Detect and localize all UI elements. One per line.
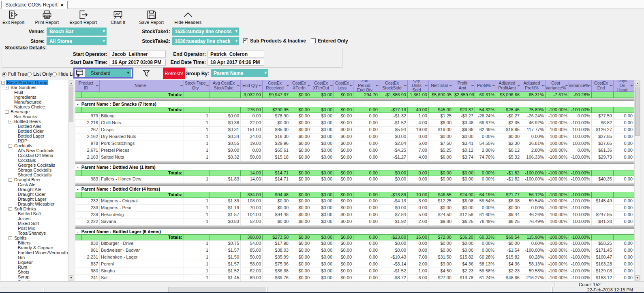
tree-item-sbraga-cocktails[interactable]: Sbraga Cocktails <box>0 168 68 172</box>
column-filter-icon[interactable]: ⇤ <box>449 84 452 88</box>
tree-item-draught-ale[interactable]: Draught Ale <box>0 187 68 192</box>
table-row[interactable]: 238Rekorderlig1$1.57104.00$94.48$0.00$0.… <box>75 212 634 219</box>
column-filter-icon[interactable]: ⇤ <box>180 84 183 88</box>
start-operator-field[interactable]: Jacob Leithner <box>109 51 166 57</box>
column-header-costex-xferout[interactable]: CostEx XFerOut⇤ <box>311 80 334 91</box>
tree-item-natures-choice[interactable]: Natures Choice <box>0 104 68 109</box>
tree-item-fortified-wines-vermouth[interactable]: Fortified Wines/Vermouth <box>0 250 68 255</box>
radio-list-only[interactable]: List Only <box>27 71 52 77</box>
column-header-product-id[interactable]: Product ID⇤ <box>75 80 100 91</box>
tab-stocktake-cogs-report[interactable]: Stocktake COGs Report ✕ <box>1 1 68 9</box>
collapse-minus-icon[interactable]: - <box>77 102 79 106</box>
column-header-qty-units-sold[interactable]: Qty Units Sold⇤ <box>408 80 429 91</box>
tree-item-cocktail-off-menu[interactable]: Cocktail Off Menu <box>0 153 68 158</box>
tree-collapse-icon[interactable]: - <box>9 236 12 240</box>
tree-item-bar-snacks[interactable]: Bar Snacks <box>0 114 68 119</box>
toolbar-save-report[interactable]: Save Report <box>139 10 164 25</box>
column-filter-icon[interactable]: ⇤ <box>565 84 568 88</box>
tree-item-bottled-ales[interactable]: Bottled Ales <box>0 124 68 129</box>
column-header-costex-stocksold[interactable]: CostEx StockSold⇤ <box>379 80 408 91</box>
table-row[interactable]: 837Peroni1$1.5758.00$75.36$0.00$0.00$0.0… <box>75 261 634 268</box>
column-filter-icon[interactable]: ⇤ <box>237 84 240 88</box>
scroll-up-icon[interactable]: ▲ <box>635 81 640 86</box>
table-row[interactable]: 980Singha1$1.5262.00$36.38$0.00$0.00$0.0… <box>75 268 634 275</box>
column-filter-icon[interactable]: ⇤ <box>542 84 545 88</box>
tree-item-bottled-cider[interactable]: Bottled Cider <box>0 129 68 134</box>
tree-collapse-icon[interactable]: - <box>9 178 12 182</box>
table-row[interactable]: 2,231Heinenken - Lager1$1.5050.00$35.99$… <box>75 254 634 261</box>
collapse-minus-icon[interactable]: - <box>77 165 79 170</box>
table-row[interactable]: 2,163Salted Nuts1$0.3250.00$15.18$0.00$0… <box>75 154 634 161</box>
column-header-stock-type-qty[interactable]: Stock Type Qty⇤ <box>184 80 210 91</box>
tree-item-base-product-group[interactable]: -Base Product Group <box>0 80 68 85</box>
group-header-parent-name-bottled-lager-6-items[interactable]: -Parent Name : Bottled Lager (6 items) <box>75 229 634 234</box>
tree-item-soft-drinks[interactable]: -Soft Drinks <box>0 206 68 211</box>
tree-item-draught-lager[interactable]: Draught Lager <box>0 197 68 202</box>
tree-item-spirits[interactable]: -Spirits <box>0 236 68 240</box>
tree-scrollbar-thumb[interactable] <box>69 87 73 122</box>
venue-select[interactable]: Beach Bar ▾ <box>47 28 107 36</box>
column-filter-icon[interactable]: ⇤ <box>631 84 633 88</box>
tree-item-draught-cider[interactable]: Draught Cider <box>0 192 68 197</box>
tree-item-bottled-lager[interactable]: Bottled Lager <box>0 134 68 138</box>
table-row[interactable]: 2,671Pretzel Pieces1$0.000.00$65.61$0.00… <box>75 147 634 154</box>
tree-collapse-icon[interactable]: - <box>5 86 9 89</box>
tree-item-tops-shandys[interactable]: Tops/Shandys <box>0 231 68 236</box>
column-filter-icon[interactable]: ⇤ <box>376 84 379 88</box>
column-header-adjusted-profitamt[interactable]: Adjusted ProfitAmt⇤ <box>496 80 521 91</box>
group-header-parent-name-bar-snacks-7-items[interactable]: -Parent Name : Bar Snacks (7 items) <box>75 101 634 107</box>
end-operator-field[interactable]: Patrick Coleron <box>208 51 264 57</box>
scroll-down-icon[interactable]: ▼ <box>635 275 640 280</box>
tree-item-rdp[interactable]: RDP <box>0 138 68 143</box>
tree-item-bottled-soft[interactable]: Bottled Soft <box>0 211 68 216</box>
refresh-button[interactable]: Refresh! <box>163 68 185 79</box>
group-header-parent-name-bottled-cider-4-items[interactable]: -Parent Name : Bottled Cider (4 items) <box>75 186 634 192</box>
tree-item-cocktails[interactable]: -Cocktails <box>0 143 68 148</box>
column-filter-icon[interactable]: ⇤ <box>471 84 474 88</box>
layout-select[interactable]: _Standard ▾ <box>85 69 131 77</box>
entered-only-checkbox[interactable]: Entered Only <box>311 38 348 44</box>
tree-collapse-icon[interactable]: - <box>9 144 12 148</box>
table-row[interactable]: 233Magners - Pear1$1.1970.00$0.00$0.00$0… <box>75 205 634 212</box>
column-filter-icon[interactable]: ⇤ <box>588 84 591 88</box>
column-header-variance[interactable]: Variance%⇤ <box>569 80 592 91</box>
group-header-parent-name-bottled-ales-1-item[interactable]: -Parent Name : Bottled Ales (1 item) <box>75 164 634 170</box>
toolbar-exit-report[interactable]: Exit Report <box>2 10 24 25</box>
end-datetime-field[interactable]: 18 Apr 2017 04:36 PM <box>208 59 264 66</box>
tree-item-brandy-cognac[interactable]: Brandy & Cognac <box>0 245 68 250</box>
column-filter-icon[interactable]: ⇤ <box>330 84 333 88</box>
grid-scrollbar-thumb[interactable] <box>635 87 640 136</box>
column-filter-icon[interactable]: ⇤ <box>96 84 99 88</box>
table-row[interactable]: 2,216Chilli Nuts1$0.3822.00$0.00$0.00$0.… <box>75 120 634 127</box>
tree-item-bottled-beers[interactable]: -Bottled Beers <box>0 119 68 124</box>
filter-funnel-icon[interactable] <box>142 69 150 80</box>
table-row[interactable]: 981Budweiser - Budvar1$1.5785.00$38.03$0… <box>75 247 634 254</box>
column-filter-icon[interactable]: ⇤ <box>259 84 262 88</box>
tree-item-draught-beer[interactable]: -Draught Beer <box>0 177 68 182</box>
collapse-minus-icon[interactable]: - <box>77 229 79 234</box>
tree-collapse-icon[interactable]: - <box>9 120 12 123</box>
table-row[interactable]: 983Fullers - Honey Dew1$1.8314.00$14.71$… <box>75 176 634 183</box>
column-header-2nd-period-end-qty[interactable]: 2nd Period: End Qty⇤ <box>353 80 379 91</box>
column-header-cost-variance[interactable]: Cost Variance%⇤ <box>546 80 569 91</box>
tree-item-fruit[interactable]: Fruit <box>0 90 68 95</box>
column-filter-icon[interactable]: ⇤ <box>492 84 495 88</box>
group-by-select[interactable]: Parent Name ▾ <box>211 69 268 77</box>
tree-item-post-mix[interactable]: Post Mix <box>0 226 68 231</box>
close-icon[interactable]: ✕ <box>60 3 64 7</box>
column-header-avg-costex-stocktake[interactable]: Avg CostEx StockTake⇤ <box>210 80 241 91</box>
stocktake2-select[interactable]: 1636:tuesday line check ▾ <box>172 37 239 45</box>
grid-scrollbar[interactable]: ▲ ▼ <box>634 80 640 281</box>
tree-item-cocktails[interactable]: Cocktails <box>0 158 68 163</box>
tree-item-al-s-new-cocktails[interactable]: Al's New Cocktails <box>0 148 68 153</box>
column-header-netttotal[interactable]: NettTotal⇤ <box>429 80 453 91</box>
table-row[interactable]: 830Bitburger - Drive1$0.7554.00$17.98$0.… <box>75 240 634 247</box>
toolbar-hide-headers[interactable]: Hide Headers <box>174 10 201 25</box>
column-filter-icon[interactable]: ⇤ <box>287 84 289 88</box>
store-select[interactable]: All Stores ▾ <box>47 37 107 45</box>
tree-item-liqueur[interactable]: Liqueur <box>0 260 68 265</box>
column-header-profit-amt[interactable]: Profit Amt⇤ <box>453 80 475 91</box>
column-header-adjusted-profit[interactable]: Adjusted Profit%⇤ <box>521 80 546 91</box>
table-row[interactable]: 979Biltong1$0.000.00$78.90$0.00$0.00$0.0… <box>75 113 634 120</box>
tree-item-mixed-soft[interactable]: Mixed Soft <box>0 221 68 226</box>
